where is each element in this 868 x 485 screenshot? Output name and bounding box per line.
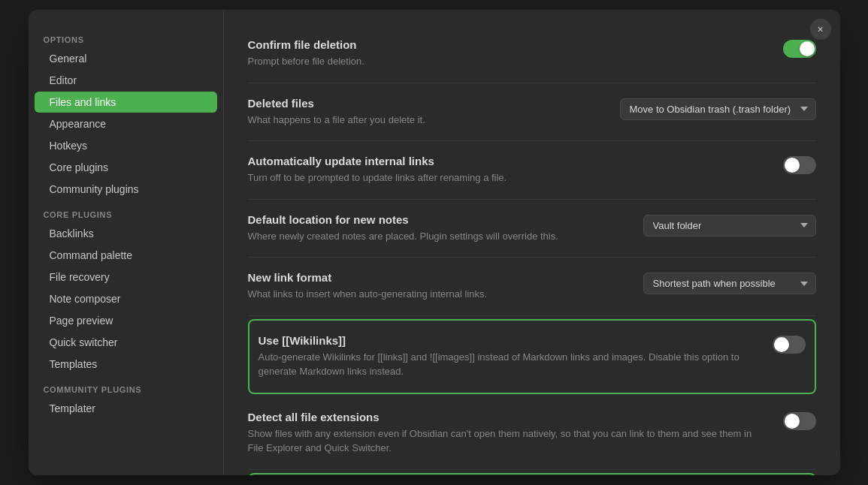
- use-wikilinks-row: Use [[Wikilinks]] Auto-generate Wikilink…: [259, 321, 806, 393]
- wikilinks-section: Use [[Wikilinks]] Auto-generate Wikilink…: [248, 319, 816, 394]
- sidebar-item-page-preview[interactable]: Page preview: [35, 310, 217, 331]
- new-link-format-row: New link format What links to insert whe…: [248, 258, 816, 316]
- use-wikilinks-desc: Auto-generate Wikilinks for [[links]] an…: [259, 350, 758, 379]
- auto-update-links-name: Automatically update internal links: [248, 155, 768, 167]
- sidebar-item-appearance[interactable]: Appearance: [35, 113, 217, 134]
- sidebar: Options General Editor Files and links A…: [29, 10, 224, 475]
- auto-update-links-toggle[interactable]: [783, 156, 816, 174]
- auto-update-links-row: Automatically update internal links Turn…: [248, 141, 816, 200]
- core-plugins-section-label: Core plugins: [29, 206, 223, 222]
- sidebar-item-general[interactable]: General: [35, 48, 217, 69]
- confirm-file-deletion-desc: Prompt before file deletion.: [248, 54, 768, 69]
- sidebar-item-files-links[interactable]: Files and links: [35, 92, 217, 113]
- default-location-notes-name: Default location for new notes: [248, 213, 628, 226]
- sidebar-item-templates[interactable]: Templates: [35, 354, 217, 375]
- settings-modal: × Options General Editor Files and links…: [29, 10, 840, 475]
- default-location-notes-desc: Where newly created notes are placed. Pl…: [248, 229, 628, 244]
- auto-update-links-desc: Turn off to be prompted to update links …: [248, 170, 768, 185]
- sidebar-item-core-plugins[interactable]: Core plugins: [35, 157, 217, 178]
- detect-extensions-toggle[interactable]: [783, 412, 816, 430]
- use-wikilinks-toggle[interactable]: [773, 336, 806, 354]
- default-location-notes-row: Default location for new notes Where new…: [248, 200, 816, 258]
- toggle-knob: [785, 414, 800, 429]
- confirm-file-deletion-toggle[interactable]: [783, 40, 816, 58]
- deleted-files-dropdown[interactable]: Move to Obsidian trash (.trash folder) M…: [620, 98, 816, 120]
- detect-extensions-name: Detect all file extensions: [248, 411, 768, 423]
- deleted-files-name: Deleted files: [248, 97, 605, 110]
- detect-extensions-row: Detect all file extensions Show files wi…: [248, 397, 816, 470]
- new-link-format-dropdown[interactable]: Shortest path when possible Relative pat…: [643, 273, 816, 294]
- attachments-section: Default location for new attachments Whe…: [248, 473, 816, 476]
- detect-extensions-desc: Show files with any extension even if Ob…: [248, 426, 768, 456]
- options-section-label: Options: [29, 31, 223, 47]
- sidebar-item-command-palette[interactable]: Command palette: [35, 245, 217, 266]
- sidebar-item-note-composer[interactable]: Note composer: [35, 288, 217, 309]
- use-wikilinks-name: Use [[Wikilinks]]: [259, 334, 758, 347]
- sidebar-item-hotkeys[interactable]: Hotkeys: [35, 135, 217, 156]
- confirm-file-deletion-row: Confirm file deletion Prompt before file…: [248, 25, 816, 83]
- toggle-knob: [785, 158, 800, 173]
- settings-main: Confirm file deletion Prompt before file…: [224, 10, 840, 475]
- new-link-format-name: New link format: [248, 271, 628, 284]
- toggle-knob: [800, 41, 815, 56]
- deleted-files-desc: What happens to a file after you delete …: [248, 113, 605, 128]
- close-button[interactable]: ×: [810, 19, 831, 40]
- sidebar-item-file-recovery[interactable]: File recovery: [35, 267, 217, 288]
- sidebar-item-backlinks[interactable]: Backlinks: [35, 223, 217, 244]
- sidebar-item-editor[interactable]: Editor: [35, 70, 217, 91]
- default-location-attachments-row: Default location for new attachments Whe…: [259, 474, 806, 476]
- deleted-files-row: Deleted files What happens to a file aft…: [248, 83, 816, 142]
- sidebar-item-templater[interactable]: Templater: [35, 398, 217, 419]
- community-plugins-section-label: Community plugins: [29, 381, 223, 397]
- confirm-file-deletion-name: Confirm file deletion: [248, 38, 768, 51]
- sidebar-item-community-plugins[interactable]: Community plugins: [35, 179, 217, 200]
- sidebar-item-quick-switcher[interactable]: Quick switcher: [35, 332, 217, 353]
- default-location-notes-dropdown[interactable]: Vault folder Root folder Same folder as …: [643, 215, 816, 236]
- new-link-format-desc: What links to insert when auto-generatin…: [248, 287, 628, 302]
- toggle-knob: [774, 337, 789, 352]
